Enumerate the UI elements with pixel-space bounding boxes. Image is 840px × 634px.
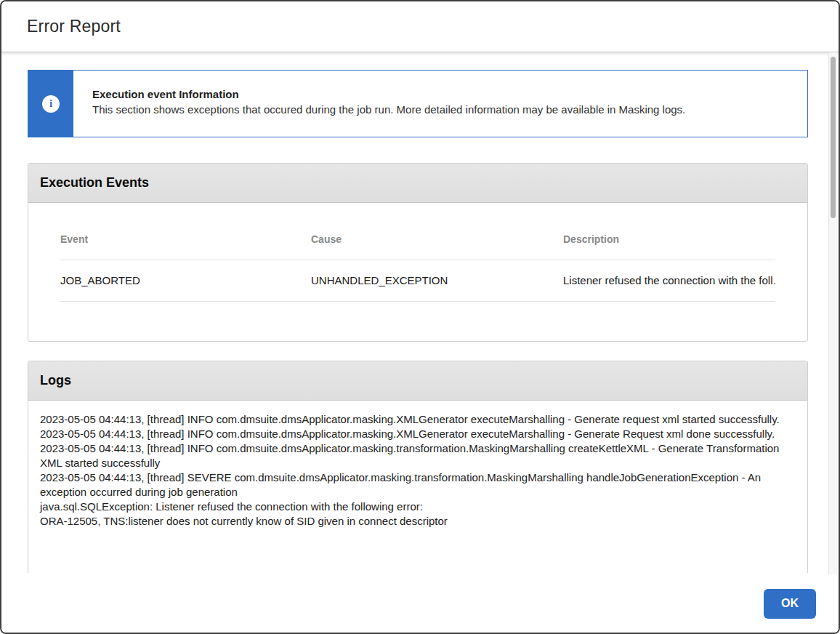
ok-button[interactable]: OK — [764, 589, 816, 619]
dialog-titlebar: Error Report — [1, 1, 839, 52]
info-banner-text: Execution event Information This section… — [73, 71, 700, 137]
table-header-row: Event Cause Description — [60, 203, 775, 260]
info-icon: i — [42, 95, 60, 113]
event-cell: JOB_ABORTED — [60, 260, 311, 301]
execution-events-title: Execution Events — [40, 175, 149, 190]
execution-events-table: Event Cause Description JOB_ABORTED UNHA… — [28, 203, 807, 302]
column-header-description: Description — [563, 203, 775, 260]
log-entry: 2023-05-05 04:44:13, [thread] INFO com.d… — [40, 427, 793, 441]
error-report-dialog: Error Report i Execution event Informati… — [0, 0, 840, 634]
log-entry: java.sql.SQLException: Listener refused … — [40, 499, 793, 514]
dialog-footer: OK — [1, 574, 839, 633]
table-row: JOB_ABORTED UNHANDLED_EXCEPTION Listener… — [60, 260, 775, 302]
dialog-body: i Execution event Information This secti… — [1, 52, 839, 574]
logs-body: 2023-05-05 04:44:13, [thread] INFO com.d… — [28, 401, 807, 529]
scrollbar-thumb[interactable] — [831, 57, 836, 218]
logs-header: Logs — [28, 361, 807, 401]
page-title: Error Report — [27, 17, 121, 36]
column-header-event: Event — [60, 203, 311, 260]
scrollbar[interactable] — [828, 52, 837, 574]
info-banner-title: Execution event Information — [92, 87, 685, 102]
logs-panel: Logs 2023-05-05 04:44:13, [thread] INFO … — [28, 361, 808, 573]
log-entry: ORA-12505, TNS:listener does not current… — [40, 514, 793, 529]
description-cell: Listener refused the connection with the… — [563, 260, 775, 301]
cause-cell: UNHANDLED_EXCEPTION — [311, 260, 563, 301]
info-banner: i Execution event Information This secti… — [28, 70, 808, 137]
logs-title: Logs — [40, 373, 71, 388]
info-banner-description: This section shows exceptions that occur… — [92, 102, 685, 117]
info-banner-icon-box: i — [28, 71, 73, 137]
log-entry: 2023-05-05 04:44:13, [thread] INFO com.d… — [40, 412, 793, 427]
log-entry: 2023-05-05 04:44:13, [thread] SEVERE com… — [40, 470, 793, 499]
execution-events-panel: Execution Events Event Cause Description… — [28, 163, 808, 342]
log-entry: 2023-05-05 04:44:13, [thread] INFO com.d… — [40, 441, 793, 470]
column-header-cause: Cause — [311, 203, 563, 260]
execution-events-header: Execution Events — [28, 164, 807, 203]
